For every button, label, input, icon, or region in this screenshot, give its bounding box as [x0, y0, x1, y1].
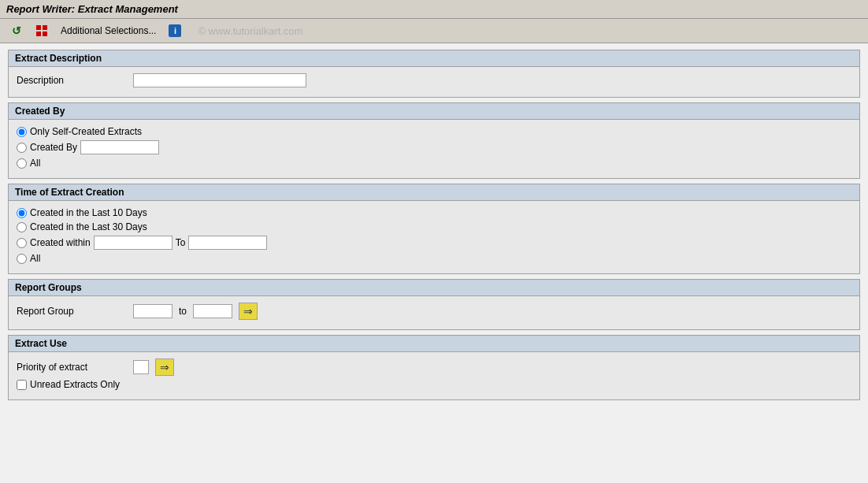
section-extract-use-header: Extract Use [9, 336, 859, 352]
created-within-to-input[interactable] [188, 236, 267, 250]
radio-self-created-label[interactable]: Only Self-Created Extracts [30, 126, 142, 137]
to-label: To [176, 237, 186, 248]
radio-created-by-row: Created By [17, 140, 851, 154]
priority-arrow-icon: ⇒ [160, 361, 169, 373]
report-group-label: Report Group [17, 306, 127, 317]
section-created-by: Created By Only Self-Created Extracts Cr… [8, 102, 860, 179]
priority-label: Priority of extract [17, 362, 127, 373]
section-time-header: Time of Extract Creation [9, 184, 859, 201]
section-extract-use-body: Priority of extract ⇒ Unread Extracts On… [9, 352, 859, 399]
radio-all-created-label[interactable]: All [30, 158, 40, 169]
report-group-from-input[interactable] [133, 304, 172, 318]
section-time-body: Created in the Last 10 Days Created in t… [9, 201, 859, 273]
radio-10days-row: Created in the Last 10 Days [17, 207, 851, 218]
radio-all-time-label[interactable]: All [30, 253, 40, 264]
back-button[interactable]: ↺ [6, 22, 27, 39]
radio-30days-row: Created in the Last 30 Days [17, 221, 851, 232]
unread-extracts-label[interactable]: Unread Extracts Only [30, 379, 120, 390]
description-row: Description [17, 73, 851, 87]
section-report-groups-body: Report Group to ⇒ [9, 296, 859, 329]
report-group-arrow-icon: ⇒ [243, 305, 253, 318]
watermark-text: © www.tutorialkart.com [198, 25, 302, 37]
radio-all-created-row: All [17, 158, 851, 169]
priority-arrow-button[interactable]: ⇒ [155, 359, 174, 376]
radio-10days[interactable] [17, 208, 27, 218]
section-extract-description-body: Description [9, 67, 859, 97]
additional-selections-button[interactable]: Additional Selections... [57, 23, 160, 39]
unread-extracts-checkbox[interactable] [17, 380, 27, 390]
section-extract-use: Extract Use Priority of extract ⇒ Unread… [8, 335, 860, 400]
created-within-from-input[interactable] [94, 236, 172, 250]
report-group-arrow-button[interactable]: ⇒ [239, 303, 258, 320]
sap-grid-button[interactable] [32, 22, 52, 39]
radio-all-time[interactable] [17, 254, 27, 264]
section-created-by-header: Created By [9, 103, 859, 120]
window-title: Report Writer: Extract Management [6, 3, 178, 15]
radio-30days[interactable] [17, 222, 27, 232]
main-window: Report Writer: Extract Management ↺ Addi… [0, 0, 868, 483]
report-group-to-label: to [179, 306, 187, 317]
radio-within[interactable] [17, 238, 27, 248]
radio-30days-label[interactable]: Created in the Last 30 Days [30, 221, 147, 232]
section-report-groups-header: Report Groups [9, 280, 859, 296]
priority-input[interactable] [133, 360, 149, 374]
radio-within-row: Created within To [17, 236, 851, 250]
svg-rect-2 [36, 32, 41, 36]
priority-row: Priority of extract ⇒ [17, 359, 851, 376]
section-report-groups: Report Groups Report Group to ⇒ [8, 279, 860, 330]
description-label: Description [17, 75, 127, 86]
radio-within-label[interactable]: Created within [30, 237, 91, 248]
toolbar: ↺ Additional Selections... i © www.tutor… [0, 19, 868, 43]
created-by-input[interactable] [80, 140, 159, 154]
info-button[interactable]: i [165, 22, 185, 39]
section-extract-description: Extract Description Description [8, 50, 860, 98]
section-time-of-extract: Time of Extract Creation Created in the … [8, 184, 860, 274]
section-extract-description-header: Extract Description [9, 50, 859, 67]
description-input[interactable] [133, 73, 306, 87]
radio-created-by[interactable] [17, 143, 27, 153]
back-arrow-icon: ↺ [10, 24, 23, 37]
report-group-row: Report Group to ⇒ [17, 303, 851, 320]
radio-created-by-label[interactable]: Created By [30, 142, 77, 153]
svg-rect-1 [43, 25, 47, 30]
radio-all-created[interactable] [17, 158, 27, 169]
svg-rect-0 [36, 25, 41, 30]
section-created-by-body: Only Self-Created Extracts Created By Al… [9, 120, 859, 178]
radio-all-time-row: All [17, 253, 851, 264]
svg-rect-3 [43, 32, 47, 36]
content-area: Extract Description Description Created … [0, 43, 868, 411]
info-icon: i [169, 24, 181, 37]
report-group-to-input[interactable] [193, 304, 232, 318]
sap-grid-icon [35, 24, 48, 37]
unread-extracts-row: Unread Extracts Only [17, 379, 851, 390]
additional-selections-label: Additional Selections... [61, 25, 156, 36]
title-bar: Report Writer: Extract Management [0, 0, 868, 19]
radio-10days-label[interactable]: Created in the Last 10 Days [30, 207, 147, 218]
radio-self-created-row: Only Self-Created Extracts [17, 126, 851, 137]
radio-self-created[interactable] [17, 127, 27, 137]
